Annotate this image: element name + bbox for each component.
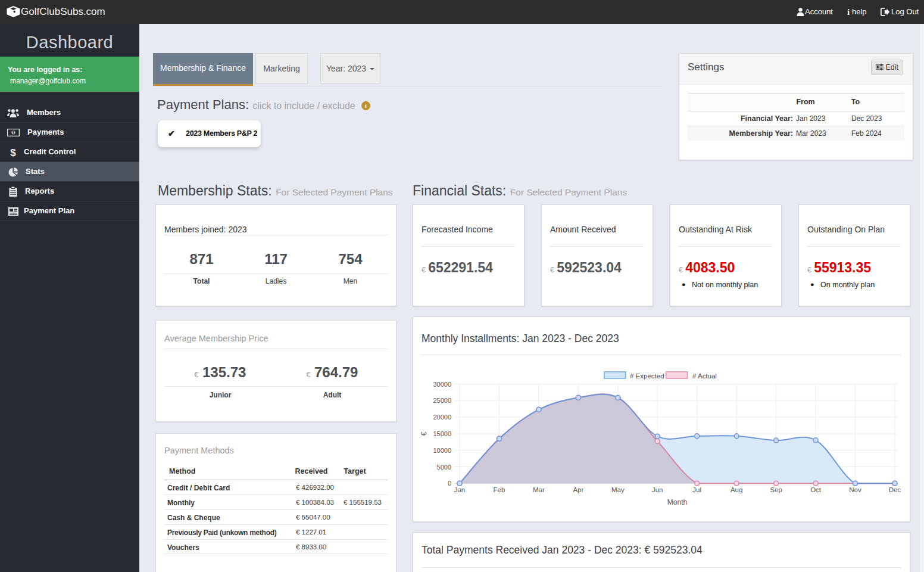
svg-text:# Actual: # Actual [692,372,717,380]
svg-text:10000: 10000 [433,447,451,454]
svg-text:Aug: Aug [731,486,742,493]
svg-text:Dec: Dec [889,486,901,493]
svg-text:5000: 5000 [437,464,451,471]
svg-text:Feb: Feb [494,486,505,493]
svg-text:0: 0 [448,480,451,487]
svg-text:Apr: Apr [573,486,583,493]
svg-text:Oct: Oct [810,486,822,493]
svg-text:Mar: Mar [533,486,545,493]
svg-text:Jan: Jan [454,486,466,493]
svg-text:30000: 30000 [433,381,451,388]
svg-text:15000: 15000 [433,430,451,437]
svg-text:20000: 20000 [433,414,451,421]
svg-text:May: May [611,486,625,493]
svg-text:Jun: Jun [652,486,663,493]
svg-text:$: $ [10,147,16,157]
svg-text:$: $ [12,130,14,135]
svg-text:€: € [420,431,428,436]
svg-text:Jul: Jul [692,486,701,493]
svg-text:Month: Month [667,498,687,506]
svg-text:Sep: Sep [770,486,782,493]
svg-text:# Expected: # Expected [630,372,664,380]
svg-text:25000: 25000 [433,397,451,404]
svg-text:Nov: Nov [849,486,861,493]
